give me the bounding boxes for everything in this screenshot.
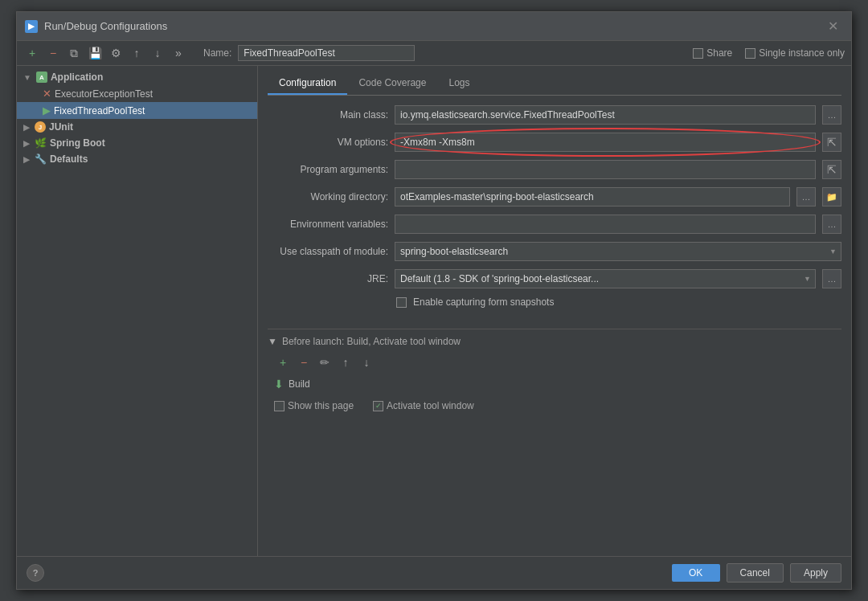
apply-button[interactable]: Apply xyxy=(790,563,841,583)
classpath-row: Use classpath of module: spring-boot-ela… xyxy=(268,242,841,261)
program-args-expand-button[interactable]: ⇱ xyxy=(822,160,841,179)
main-toolbar: + − ⧉ 💾 ⚙ ↑ ↓ » Name: Share Single insta… xyxy=(17,41,851,66)
jre-select-wrapper: Default (1.8 - SDK of 'spring-boot-elast… xyxy=(395,269,816,288)
executor-exception-label: ExecutorExceptionTest xyxy=(55,88,153,100)
program-args-row: Program arguments: ⇱ xyxy=(268,160,841,179)
working-dir-label: Working directory: xyxy=(268,191,388,202)
vm-options-row: VM options: ⇱ xyxy=(268,133,841,152)
tab-code-coverage[interactable]: Code Coverage xyxy=(347,72,437,95)
before-launch-edit-button[interactable]: ✏ xyxy=(316,354,334,371)
tree-item-junit[interactable]: ▶ J JUnit xyxy=(17,119,257,135)
vm-options-input[interactable] xyxy=(395,133,816,152)
before-launch-up-button[interactable]: ↑ xyxy=(337,354,354,371)
defaults-label: Defaults xyxy=(50,153,88,165)
env-vars-row: Environment variables: … xyxy=(268,215,841,234)
tab-configuration[interactable]: Configuration xyxy=(268,72,347,95)
program-args-input[interactable] xyxy=(395,160,816,179)
before-launch-toolbar: + − ✏ ↑ ↓ xyxy=(274,354,841,371)
activate-window-label: Activate tool window xyxy=(387,400,474,411)
name-area: Name: xyxy=(203,45,415,61)
tree-item-spring-boot[interactable]: ▶ 🌿 Spring Boot xyxy=(17,135,257,151)
application-label: Application xyxy=(51,72,103,83)
defaults-icon: 🔧 xyxy=(35,153,47,165)
right-panel: Configuration Code Coverage Logs Main cl… xyxy=(258,66,851,556)
enable-snapshots-row: Enable capturing form snapshots xyxy=(396,296,841,308)
working-dir-row: Working directory: … 📁 xyxy=(268,187,841,206)
tree-item-fixed-thread-pool[interactable]: ▶ FixedThreadPoolTest xyxy=(17,102,257,119)
show-page-label: Show this page xyxy=(288,400,354,411)
expand-arrow-defaults: ▶ xyxy=(23,155,30,164)
share-checkbox-item[interactable]: Share xyxy=(693,47,732,59)
before-launch-header[interactable]: ▼ Before launch: Build, Activate tool wi… xyxy=(268,336,841,347)
cancel-button[interactable]: Cancel xyxy=(727,563,784,583)
vm-options-expand-button[interactable]: ⇱ xyxy=(822,133,841,152)
body: ▼ A Application ✕ ExecutorExceptionTest … xyxy=(17,66,851,556)
main-class-input[interactable] xyxy=(395,105,816,125)
ok-button[interactable]: OK xyxy=(672,564,720,582)
show-page-checkbox[interactable] xyxy=(274,401,285,411)
single-instance-checkbox[interactable] xyxy=(745,48,755,59)
move-down-button[interactable]: ↓ xyxy=(149,44,166,62)
tree-item-executor-exception[interactable]: ✕ ExecutorExceptionTest xyxy=(17,85,257,102)
activate-window-checkbox-item[interactable]: Activate tool window xyxy=(373,400,474,411)
move-up-button[interactable]: ↑ xyxy=(128,44,145,62)
remove-config-button[interactable]: − xyxy=(44,44,62,62)
working-dir-browse-button[interactable]: … xyxy=(796,187,816,206)
single-instance-checkbox-item[interactable]: Single instance only xyxy=(745,47,845,59)
working-dir-folder-button[interactable]: 📁 xyxy=(822,187,841,206)
tree-item-application[interactable]: ▼ A Application xyxy=(17,69,257,85)
build-icon: ⬇ xyxy=(274,378,284,390)
tree-item-defaults[interactable]: ▶ 🔧 Defaults xyxy=(17,151,257,167)
help-button[interactable]: ? xyxy=(27,564,44,582)
vm-options-wrapper xyxy=(395,133,816,152)
tab-logs[interactable]: Logs xyxy=(437,72,481,95)
title-bar: ▶ Run/Debug Configurations ✕ xyxy=(17,12,851,41)
config-name-input[interactable] xyxy=(238,45,415,61)
show-page-checkbox-item[interactable]: Show this page xyxy=(274,400,354,411)
env-vars-input[interactable] xyxy=(395,215,816,234)
add-config-button[interactable]: + xyxy=(23,44,41,62)
spring-icon: 🌿 xyxy=(35,137,47,149)
dialog-title: Run/Debug Configurations xyxy=(44,20,167,32)
enable-snapshots-checkbox[interactable] xyxy=(396,297,407,308)
tabs-bar: Configuration Code Coverage Logs xyxy=(268,72,841,96)
run-debug-dialog: ▶ Run/Debug Configurations ✕ + − ⧉ 💾 ⚙ ↑… xyxy=(16,11,852,590)
copy-config-button[interactable]: ⧉ xyxy=(65,44,83,62)
before-launch-add-button[interactable]: + xyxy=(274,354,292,371)
jre-label: JRE: xyxy=(268,273,388,284)
run-icon: ▶ xyxy=(43,104,51,117)
classpath-select[interactable]: spring-boot-elasticsearch xyxy=(395,242,841,261)
more-button[interactable]: » xyxy=(170,44,187,62)
classpath-label: Use classpath of module: xyxy=(268,246,388,257)
before-launch-build-item: ⬇ Build xyxy=(274,378,841,390)
jre-browse-button[interactable]: … xyxy=(822,269,841,288)
expand-arrow-spring: ▶ xyxy=(23,139,30,148)
settings-button[interactable]: ⚙ xyxy=(107,44,125,62)
before-launch-section: ▼ Before launch: Build, Activate tool wi… xyxy=(268,329,841,411)
vm-options-label: VM options: xyxy=(268,137,388,148)
junit-icon: J xyxy=(35,121,46,133)
close-button[interactable]: ✕ xyxy=(823,17,843,35)
main-class-browse-button[interactable]: … xyxy=(822,105,841,125)
jre-row: JRE: Default (1.8 - SDK of 'spring-boot-… xyxy=(268,269,841,288)
fixed-thread-pool-label: FixedThreadPoolTest xyxy=(54,105,145,117)
classpath-select-wrapper: spring-boot-elasticsearch xyxy=(395,242,841,261)
expand-arrow-junit: ▶ xyxy=(23,123,30,132)
main-class-row: Main class: … xyxy=(268,105,841,125)
working-dir-input[interactable] xyxy=(395,187,790,206)
enable-snapshots-label: Enable capturing form snapshots xyxy=(413,296,554,308)
footer: ? OK Cancel Apply xyxy=(17,556,851,589)
build-label: Build xyxy=(289,378,310,390)
activate-window-checkbox[interactable] xyxy=(373,401,383,411)
save-config-button[interactable]: 💾 xyxy=(86,44,104,62)
jre-select[interactable]: Default (1.8 - SDK of 'spring-boot-elast… xyxy=(395,269,816,288)
before-launch-down-button[interactable]: ↓ xyxy=(358,354,375,371)
before-launch-arrow: ▼ xyxy=(268,336,277,347)
title-bar-left: ▶ Run/Debug Configurations xyxy=(25,20,167,33)
before-launch-remove-button[interactable]: − xyxy=(295,354,313,371)
share-checkbox[interactable] xyxy=(693,48,703,59)
env-vars-label: Environment variables: xyxy=(268,219,388,230)
run-error-icon: ✕ xyxy=(43,88,51,100)
bottom-checkboxes: Show this page Activate tool window xyxy=(274,400,841,411)
env-vars-browse-button[interactable]: … xyxy=(822,215,841,234)
